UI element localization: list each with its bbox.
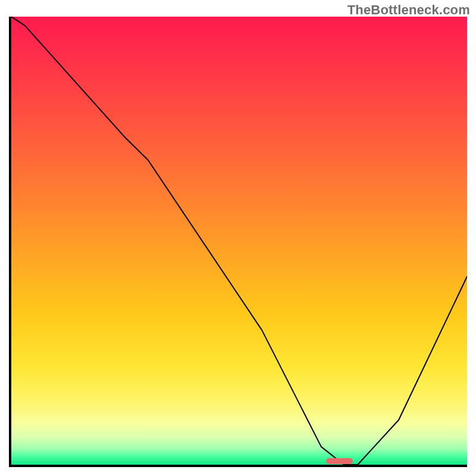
chart-container: TheBottleneck.com [0,0,476,476]
bottleneck-curve-path [11,17,467,465]
watermark-text: TheBottleneck.com [347,2,470,18]
optimal-range-marker [326,458,353,464]
curve-svg [11,17,467,465]
plot-area [9,17,467,467]
